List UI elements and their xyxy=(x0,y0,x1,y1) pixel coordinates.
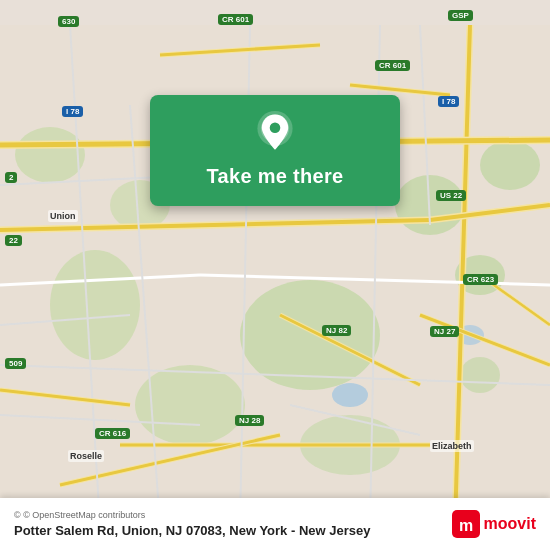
take-me-there-button[interactable]: Take me there xyxy=(207,165,344,188)
svg-point-1 xyxy=(240,280,380,390)
road-label-nj82: NJ 82 xyxy=(322,325,351,336)
svg-line-48 xyxy=(0,390,130,405)
svg-line-37 xyxy=(0,315,130,325)
svg-line-41 xyxy=(160,45,320,55)
svg-line-24 xyxy=(420,315,550,365)
copyright-text: © © OpenStreetMap contributors xyxy=(14,510,370,520)
location-pin-icon xyxy=(253,111,297,155)
road-label-i78-3: I 78 xyxy=(438,96,459,107)
svg-line-29 xyxy=(0,275,200,285)
svg-point-7 xyxy=(300,415,400,475)
svg-point-4 xyxy=(395,175,465,235)
road-label-nj28: NJ 28 xyxy=(235,415,264,426)
label-union: Union xyxy=(48,210,78,222)
bottom-bar-left: © © OpenStreetMap contributors Potter Sa… xyxy=(14,510,370,538)
svg-line-42 xyxy=(160,45,320,55)
svg-line-47 xyxy=(0,390,130,405)
svg-line-20 xyxy=(430,205,550,220)
svg-line-39 xyxy=(0,415,200,425)
road-label-cr623: CR 623 xyxy=(463,274,498,285)
svg-line-40 xyxy=(290,405,420,435)
road-label-22: 22 xyxy=(5,235,22,246)
copyright-symbol: © xyxy=(14,510,21,520)
bottom-bar: © © OpenStreetMap contributors Potter Sa… xyxy=(0,498,550,550)
road-label-cr616: CR 616 xyxy=(95,428,130,439)
road-label-630: 630 xyxy=(58,16,79,27)
svg-line-19 xyxy=(430,205,550,220)
svg-point-10 xyxy=(480,140,540,190)
label-roselle: Roselle xyxy=(68,450,104,462)
road-label-509: 509 xyxy=(5,358,26,369)
road-label-cr601-2: CR 601 xyxy=(375,60,410,71)
moovit-text: moovit xyxy=(484,515,536,533)
svg-point-9 xyxy=(15,127,85,183)
overlay-panel: Take me there xyxy=(150,95,400,206)
moovit-logo: m moovit xyxy=(452,510,536,538)
svg-point-3 xyxy=(50,250,140,360)
road-label-2: 2 xyxy=(5,172,17,183)
svg-point-51 xyxy=(270,122,281,133)
map-container: I 78 I 78 I 78 630 CR 601 CR 601 GSP US … xyxy=(0,0,550,550)
svg-point-12 xyxy=(456,325,484,345)
moovit-icon: m xyxy=(452,510,480,538)
svg-point-6 xyxy=(460,357,500,393)
svg-line-43 xyxy=(350,85,450,95)
svg-line-38 xyxy=(420,25,430,225)
svg-line-44 xyxy=(350,85,450,95)
address-text: Potter Salem Rd, Union, NJ 07083, New Yo… xyxy=(14,523,370,538)
svg-point-11 xyxy=(332,383,368,407)
svg-line-34 xyxy=(0,365,550,385)
road-label-gsp: GSP xyxy=(448,10,473,21)
road-label-nj27: NJ 27 xyxy=(430,326,459,337)
road-label-i78-1: I 78 xyxy=(62,106,83,117)
svg-text:m: m xyxy=(458,517,472,534)
svg-line-23 xyxy=(420,315,550,365)
svg-point-2 xyxy=(135,365,245,445)
copyright-label: © OpenStreetMap contributors xyxy=(23,510,145,520)
label-elizabeth: Elizabeth xyxy=(430,440,474,452)
road-label-cr601-1: CR 601 xyxy=(218,14,253,25)
road-label-us22: US 22 xyxy=(436,190,466,201)
